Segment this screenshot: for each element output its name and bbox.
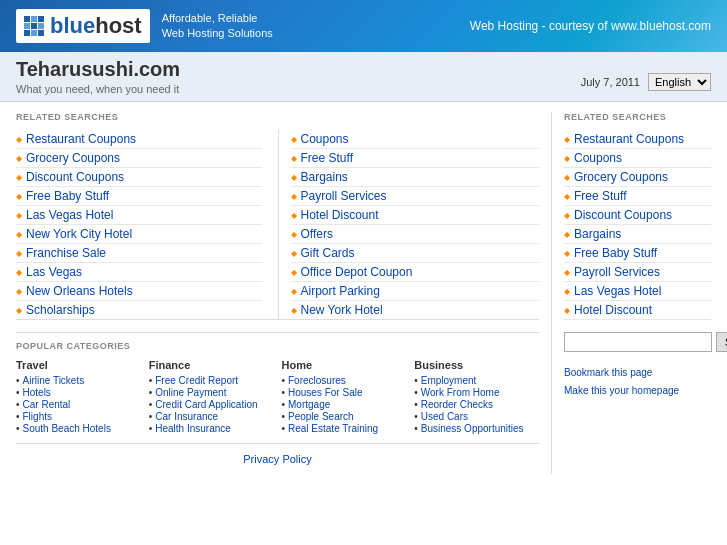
search-link[interactable]: Bargains (301, 170, 348, 184)
main-content: RELATED SEARCHES ◆ Restaurant Coupons ◆ … (0, 102, 727, 484)
diamond-icon: ◆ (16, 249, 22, 258)
logo-text: bluehost (50, 13, 142, 39)
cat-link[interactable]: Car Insurance (155, 411, 218, 422)
search-link[interactable]: Las Vegas Hotel (26, 208, 113, 222)
cat-link[interactable]: Reorder Checks (421, 399, 493, 410)
cat-link[interactable]: Employment (421, 375, 477, 386)
search-link[interactable]: Las Vegas (26, 265, 82, 279)
search-link[interactable]: Payroll Services (301, 189, 387, 203)
search-link[interactable]: Bargains (574, 227, 621, 241)
search-link[interactable]: Free Baby Stuff (574, 246, 657, 260)
right-column: RELATED SEARCHES ◆ Restaurant Coupons ◆ … (551, 112, 711, 474)
list-item: • South Beach Hotels (16, 423, 141, 434)
cat-link[interactable]: Flights (23, 411, 52, 422)
diamond-icon: ◆ (564, 192, 570, 201)
search-link[interactable]: Free Stuff (574, 189, 626, 203)
search-link[interactable]: Hotel Discount (574, 303, 652, 317)
bullet-icon: • (282, 375, 286, 386)
grid-cell (31, 16, 37, 22)
cat-link[interactable]: South Beach Hotels (23, 423, 111, 434)
search-link[interactable]: Discount Coupons (26, 170, 124, 184)
search-link[interactable]: Las Vegas Hotel (574, 284, 661, 298)
search-link[interactable]: Discount Coupons (574, 208, 672, 222)
search-link[interactable]: Scholarships (26, 303, 95, 317)
language-select[interactable]: English (648, 73, 711, 91)
bullet-icon: • (16, 375, 20, 386)
search-link[interactable]: Franchise Sale (26, 246, 106, 260)
cat-link[interactable]: Online Payment (155, 387, 226, 398)
popular-categories-label: POPULAR CATEGORIES (16, 341, 539, 351)
search-link[interactable]: Grocery Coupons (574, 170, 668, 184)
list-item: • Airline Tickets (16, 375, 141, 386)
list-item: ◆ Restaurant Coupons (564, 130, 711, 149)
header-left: bluehost Affordable, Reliable Web Hostin… (16, 9, 273, 43)
cat-link[interactable]: Airline Tickets (23, 375, 85, 386)
search-link[interactable]: Free Stuff (301, 151, 353, 165)
list-item: ◆ Grocery Coupons (16, 149, 262, 168)
search-link[interactable]: Restaurant Coupons (26, 132, 136, 146)
cat-link[interactable]: Mortgage (288, 399, 330, 410)
grid-cell (38, 16, 44, 22)
list-item: • Car Rental (16, 399, 141, 410)
grid-cell (31, 30, 37, 36)
cat-link[interactable]: Credit Card Application (155, 399, 257, 410)
privacy-link[interactable]: Privacy Policy (243, 453, 311, 465)
list-item: ◆ Hotel Discount (564, 301, 711, 320)
search-link[interactable]: Offers (301, 227, 333, 241)
search-link[interactable]: New York Hotel (301, 303, 383, 317)
search-link[interactable]: Restaurant Coupons (574, 132, 684, 146)
bullet-icon: • (414, 375, 418, 386)
cat-link[interactable]: Used Cars (421, 411, 468, 422)
search-input[interactable] (564, 332, 712, 352)
homepage-link[interactable]: Make this your homepage (564, 385, 679, 396)
search-link[interactable]: Hotel Discount (301, 208, 379, 222)
search-link[interactable]: New Orleans Hotels (26, 284, 133, 298)
site-bar-right: July 7, 2011 English (581, 73, 711, 95)
bullet-icon: • (414, 387, 418, 398)
cat-link[interactable]: Hotels (23, 387, 51, 398)
list-item: • Work From Home (414, 387, 539, 398)
left-column: RELATED SEARCHES ◆ Restaurant Coupons ◆ … (16, 112, 539, 474)
list-item: ◆ Offers (291, 225, 540, 244)
list-item: • Business Opportunities (414, 423, 539, 434)
search-link[interactable]: Coupons (301, 132, 349, 146)
search-link[interactable]: Airport Parking (301, 284, 380, 298)
list-item: ◆ Franchise Sale (16, 244, 262, 263)
search-link[interactable]: New York City Hotel (26, 227, 132, 241)
list-item: ◆ Free Baby Stuff (16, 187, 262, 206)
list-item: ◆ Free Baby Stuff (564, 244, 711, 263)
cat-link[interactable]: Foreclosures (288, 375, 346, 386)
diamond-icon: ◆ (291, 249, 297, 258)
search-button[interactable]: Search (716, 332, 727, 352)
search-link[interactable]: Payroll Services (574, 265, 660, 279)
list-item: ◆ Gift Cards (291, 244, 540, 263)
search-link[interactable]: Grocery Coupons (26, 151, 120, 165)
cat-link[interactable]: Business Opportunities (421, 423, 524, 434)
business-title: Business (414, 359, 539, 371)
search-box-container: Search (564, 332, 711, 352)
cat-link[interactable]: Work From Home (421, 387, 500, 398)
search-link[interactable]: Office Depot Coupon (301, 265, 413, 279)
bookmark-link[interactable]: Bookmark this page (564, 367, 652, 378)
logo-grid-icon (24, 16, 44, 36)
diamond-icon: ◆ (291, 135, 297, 144)
search-link[interactable]: Gift Cards (301, 246, 355, 260)
cat-link[interactable]: Car Rental (23, 399, 71, 410)
cat-link[interactable]: People Search (288, 411, 354, 422)
cat-link[interactable]: Real Estate Training (288, 423, 378, 434)
list-item: • Online Payment (149, 387, 274, 398)
search-link[interactable]: Free Baby Stuff (26, 189, 109, 203)
bullet-icon: • (282, 399, 286, 410)
list-item: ◆ Payroll Services (291, 187, 540, 206)
logo-container: bluehost (16, 9, 150, 43)
cat-link[interactable]: Free Credit Report (155, 375, 238, 386)
list-item: ◆ Discount Coupons (564, 206, 711, 225)
bookmark-links: Bookmark this page Make this your homepa… (564, 364, 711, 400)
categories-grid: Travel • Airline Tickets • Hotels • Car … (16, 359, 539, 435)
privacy-bar: Privacy Policy (16, 443, 539, 474)
bullet-icon: • (282, 423, 286, 434)
cat-link[interactable]: Houses For Sale (288, 387, 362, 398)
diamond-icon: ◆ (16, 154, 22, 163)
search-link[interactable]: Coupons (574, 151, 622, 165)
cat-link[interactable]: Health Insurance (155, 423, 231, 434)
